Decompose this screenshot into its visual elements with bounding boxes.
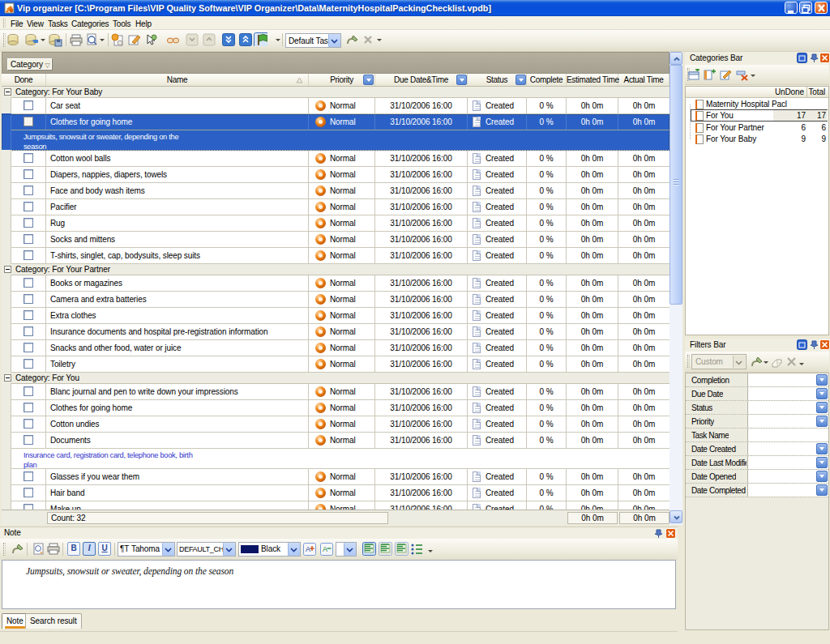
svg-text:A: A <box>323 545 327 553</box>
svg-text:A: A <box>306 545 310 553</box>
